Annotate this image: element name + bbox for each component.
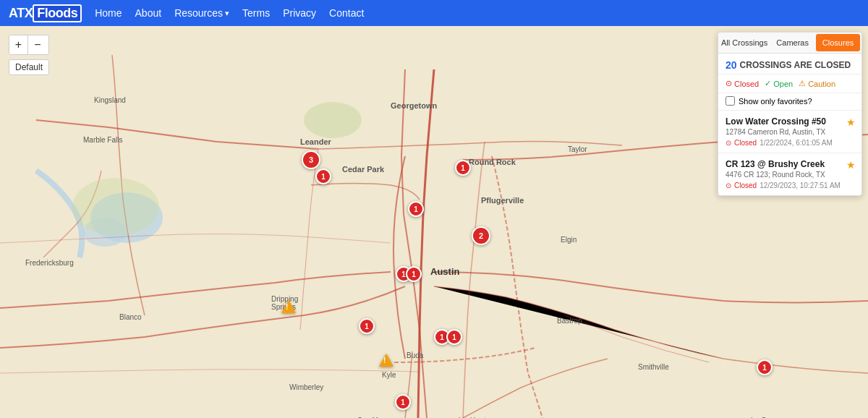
nav-resources[interactable]: Resources xyxy=(174,7,229,19)
marker-south-3[interactable]: 1 xyxy=(446,329,462,345)
tab-cameras[interactable]: Cameras xyxy=(770,33,814,53)
map-controls: + − Default xyxy=(9,35,49,75)
favorites-label: Show only favorites? xyxy=(739,97,812,106)
map-container[interactable]: Kingsland Marble Falls Fredericksburg Bl… xyxy=(0,26,868,418)
star-icon-2[interactable]: ★ xyxy=(846,159,856,171)
logo-atx: ATX xyxy=(9,6,33,21)
crossing-address-2: 4476 CR 123; Round Rock, TX xyxy=(726,171,854,179)
tab-all-crossings[interactable]: All Crossings xyxy=(718,33,770,53)
nav-terms[interactable]: Terms xyxy=(242,7,270,19)
crossing-status-label-2: Closed xyxy=(734,182,757,189)
open-label: Open xyxy=(773,80,793,88)
open-icon: ✓ xyxy=(765,79,771,88)
crossing-address-1: 12784 Cameron Rd, Austin, TX xyxy=(726,128,854,136)
marker-pflugerville[interactable]: 1 xyxy=(408,201,424,217)
star-icon-1[interactable]: ★ xyxy=(846,116,856,128)
marker-round-rock[interactable]: 1 xyxy=(455,160,471,176)
marker-leander[interactable]: 1 xyxy=(315,169,331,184)
caution-label: Caution xyxy=(808,80,835,88)
site-logo[interactable]: ATXFloods xyxy=(9,4,82,22)
side-panel: All Crossings Cameras Closures 20 CROSSI… xyxy=(718,32,862,196)
map-style-button[interactable]: Default xyxy=(9,59,49,75)
navbar: ATXFloods Home About Resources Terms Pri… xyxy=(0,0,868,26)
crossings-count-row: 20 CROSSINGS ARE CLOSED xyxy=(726,59,854,71)
svg-point-3 xyxy=(304,102,362,138)
logo-floods: Floods xyxy=(33,4,82,22)
status-open-item: ✓ Open xyxy=(765,79,793,88)
panel-tabs: All Crossings Cameras Closures xyxy=(718,33,861,54)
crossing-status-icon-1: ⊙ xyxy=(726,139,731,147)
panel-header: 20 CROSSINGS ARE CLOSED xyxy=(718,54,861,74)
nav-about[interactable]: About xyxy=(135,7,162,19)
marker-cluster-2[interactable]: 2 xyxy=(472,226,490,245)
crossing-status-row-1: ⊙ Closed 1/22/2024, 6:01:05 AM xyxy=(726,139,854,147)
crossing-name-1: Low Water Crossing #50 xyxy=(726,116,854,127)
nav-privacy[interactable]: Privacy xyxy=(283,7,316,19)
crossing-status-label-1: Closed xyxy=(734,139,757,147)
tab-closures[interactable]: Closures xyxy=(816,34,860,51)
zoom-out-button[interactable]: − xyxy=(28,35,47,54)
zoom-in-button[interactable]: + xyxy=(9,35,28,54)
crossing-status-icon-2: ⊙ xyxy=(726,182,731,189)
favorites-row: Show only favorites? xyxy=(718,93,861,111)
crossings-label: CROSSINGS ARE CLOSED xyxy=(740,60,851,70)
marker-cluster-3[interactable]: 3 xyxy=(302,150,320,169)
crossing-item-1[interactable]: ★ Low Water Crossing #50 12784 Cameron R… xyxy=(718,111,861,153)
closed-label: Closed xyxy=(734,80,759,88)
marker-east[interactable]: 1 xyxy=(757,359,773,375)
caution-icon: ⚠ xyxy=(799,79,806,88)
closed-icon: ⊙ xyxy=(726,79,732,88)
favorites-checkbox[interactable] xyxy=(726,96,735,106)
svg-point-4 xyxy=(72,178,159,236)
marker-austin-2[interactable]: 1 xyxy=(406,266,422,282)
crossing-item-2[interactable]: ★ CR 123 @ Brushy Creek 4476 CR 123; Rou… xyxy=(718,153,861,195)
crossing-name-2: CR 123 @ Brushy Creek xyxy=(726,159,854,169)
status-caution-item: ⚠ Caution xyxy=(799,79,835,88)
crossings-count: 20 xyxy=(726,59,737,71)
zoom-controls: + − xyxy=(9,35,49,55)
crossing-status-row-2: ⊙ Closed 12/29/2023, 10:27:51 AM xyxy=(726,182,854,189)
nav-contact[interactable]: Contact xyxy=(329,7,364,19)
status-legend: ⊙ Closed ✓ Open ⚠ Caution xyxy=(718,74,861,93)
status-closed-item: ⊙ Closed xyxy=(726,79,759,88)
crossing-timestamp-1: 1/22/2024, 6:01:05 AM xyxy=(760,139,833,147)
marker-caution-1[interactable] xyxy=(281,300,296,313)
crossing-timestamp-2: 12/29/2023, 10:27:51 AM xyxy=(760,182,841,189)
marker-caution-2[interactable] xyxy=(379,354,393,367)
nav-home[interactable]: Home xyxy=(95,7,122,19)
marker-south-1[interactable]: 1 xyxy=(359,318,375,334)
crossing-list[interactable]: ★ Low Water Crossing #50 12784 Cameron R… xyxy=(718,111,861,195)
marker-kyle[interactable]: 1 xyxy=(395,394,411,410)
